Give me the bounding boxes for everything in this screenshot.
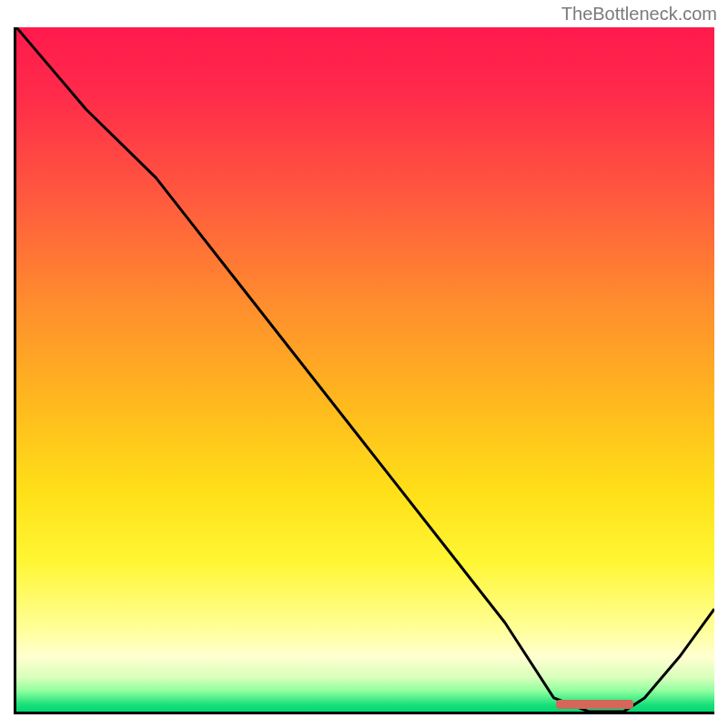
bottleneck-curve [16, 27, 714, 712]
attribution-text: TheBottleneck.com [561, 4, 717, 25]
plot-area [14, 27, 714, 714]
optimal-range-marker [556, 700, 633, 709]
